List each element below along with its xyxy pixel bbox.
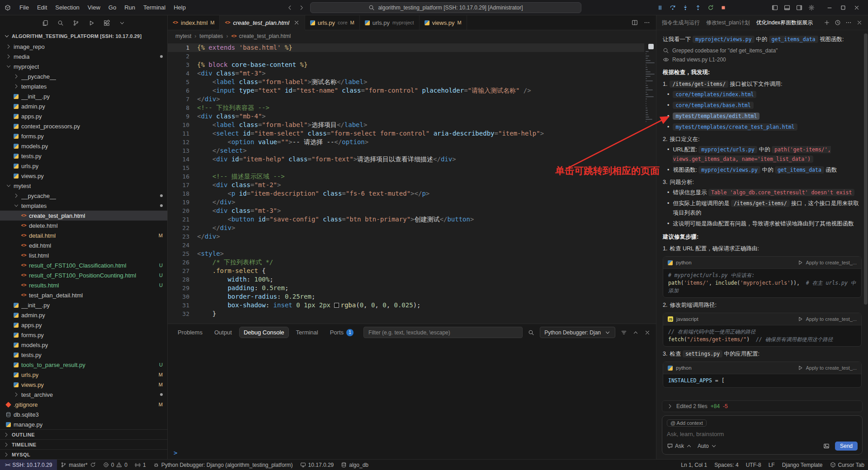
tree-item-manage.py[interactable]: manage.py bbox=[0, 419, 167, 429]
chat-tab[interactable]: 指令生成与运行 bbox=[662, 19, 700, 27]
tool-call[interactable]: Grepped codebase for "def get_items_data… bbox=[663, 46, 862, 55]
panel-tab-debug-console[interactable]: Debug Console bbox=[239, 327, 289, 338]
step-into-button[interactable] bbox=[682, 5, 689, 11]
tree-item-result_of_FST100_PositionCounting.html[interactable]: <>result_of_FST100_PositionCounting.html… bbox=[0, 270, 167, 280]
breadcrumb[interactable]: mytest›templates›<>create_test_plan.html bbox=[168, 30, 656, 42]
mode-selector[interactable]: Ask bbox=[667, 443, 692, 449]
step-over-button[interactable] bbox=[670, 5, 676, 11]
tree-item-views.py[interactable]: views.py bbox=[0, 171, 167, 181]
inline-link[interactable]: mytest/templates/edit.html bbox=[673, 113, 760, 120]
minimap[interactable] bbox=[644, 42, 656, 324]
send-button[interactable]: Send bbox=[835, 442, 858, 451]
bullet-item[interactable]: •core/templates/index.html bbox=[667, 90, 862, 99]
tree-item-templates[interactable]: templates bbox=[0, 81, 167, 91]
menu-go[interactable]: Go bbox=[104, 3, 120, 12]
history-icon[interactable] bbox=[835, 19, 841, 26]
menu-help[interactable]: Help bbox=[170, 3, 190, 12]
apply-button[interactable]: Apply to create_test_... bbox=[797, 258, 857, 267]
menu-view[interactable]: View bbox=[84, 3, 104, 12]
maximize-icon[interactable] bbox=[836, 2, 850, 14]
inline-link[interactable]: get_items_data bbox=[775, 166, 824, 174]
filter-lines-icon[interactable] bbox=[621, 329, 627, 336]
pause-button[interactable] bbox=[657, 5, 663, 11]
search-icon[interactable] bbox=[57, 20, 64, 26]
tree-item-edit.html[interactable]: <>edit.html bbox=[0, 240, 167, 250]
more-icon[interactable] bbox=[644, 19, 650, 26]
files-icon[interactable] bbox=[42, 20, 48, 26]
code-content[interactable]: 1{% extends 'base.html' %}23{% block cor… bbox=[168, 42, 644, 324]
status-problems[interactable]: 00 bbox=[99, 460, 131, 470]
tree-item-myproject[interactable]: myproject bbox=[0, 61, 167, 71]
debug-console-input[interactable]: > bbox=[168, 446, 656, 459]
search-icon[interactable] bbox=[528, 329, 534, 336]
status-indentation[interactable]: Spaces: 4 bbox=[711, 460, 742, 470]
tree-item-models.py[interactable]: models.py bbox=[0, 141, 167, 151]
chevron-up-icon[interactable] bbox=[632, 329, 639, 336]
tree-item-__init__.py[interactable]: __init__.py bbox=[0, 91, 167, 101]
tree-item-templates[interactable]: templates bbox=[0, 201, 167, 211]
split-icon[interactable] bbox=[632, 19, 638, 26]
tree-item-results.html[interactable]: <>results.htmlU bbox=[0, 280, 167, 290]
tree-item-__pycache__[interactable]: __pycache__ bbox=[0, 191, 167, 201]
debug-console-output[interactable] bbox=[168, 341, 656, 446]
tree-item-apps.py[interactable]: apps.py bbox=[0, 111, 167, 121]
tree-item-__init__.py[interactable]: __init__.py bbox=[0, 300, 167, 310]
tree-item-db.sqlite3[interactable]: db.sqlite3 bbox=[0, 409, 167, 419]
extensions-icon[interactable] bbox=[104, 20, 110, 26]
status-cursor-position[interactable]: Ln 1, Col 1 bbox=[677, 460, 711, 470]
tree-item-test_plan_detail.html[interactable]: <>test_plan_detail.html bbox=[0, 290, 167, 300]
tree-item-urls.py[interactable]: urls.py bbox=[0, 161, 167, 171]
bullet-item[interactable]: •core/templates/base.html bbox=[667, 101, 862, 110]
editor-tab-urls.py[interactable]: urls.pymyproject bbox=[360, 15, 420, 30]
bullet-item[interactable]: •错误信息显示 Table 'algo_db.core_testresult' … bbox=[667, 188, 862, 197]
status-eol[interactable]: LF bbox=[765, 460, 778, 470]
status-branch[interactable]: master* bbox=[57, 460, 99, 470]
breadcrumb-item[interactable]: <>create_test_plan.html bbox=[231, 33, 291, 39]
panel-tab-ports[interactable]: Ports1 bbox=[326, 327, 358, 338]
tree-item-delete.html[interactable]: <>delete.html bbox=[0, 221, 167, 230]
status-ports-forwarded[interactable]: 1 bbox=[131, 460, 150, 470]
editor-tab-index.html[interactable]: <>index.htmlM bbox=[168, 15, 220, 30]
tree-item-apps.py[interactable]: apps.py bbox=[0, 320, 167, 330]
sidebar-section-timeline[interactable]: TIMELINE bbox=[0, 439, 167, 449]
tree-item-admin.py[interactable]: admin.py bbox=[0, 101, 167, 111]
status-remote[interactable]: ><SSH: 10.17.0.29 bbox=[0, 460, 57, 470]
tree-item-mytest[interactable]: mytest bbox=[0, 181, 167, 191]
breadcrumb-item[interactable]: mytest bbox=[175, 33, 191, 39]
nav-back-icon[interactable] bbox=[287, 5, 293, 11]
tree-item-tools_to_parse_result.py[interactable]: tools_to_parse_result.pyU bbox=[0, 360, 167, 370]
sidebar-section-mysql[interactable]: MYSQL bbox=[0, 449, 167, 459]
tree-item-tests.py[interactable]: tests.py bbox=[0, 151, 167, 161]
nav-forward-icon[interactable] bbox=[298, 5, 305, 11]
tree-item-result_of_FST100_Classification.html[interactable]: <>result_of_FST100_Classification.htmlU bbox=[0, 260, 167, 270]
command-center-search[interactable]: algorithm_testing_platform [SSH: 10.17.0… bbox=[310, 2, 581, 13]
console-filter-input[interactable] bbox=[363, 327, 523, 338]
tree-item-models.py[interactable]: models.py bbox=[0, 340, 167, 350]
tree-item-image_repo[interactable]: image_repo bbox=[0, 42, 167, 52]
menu-selection[interactable]: Selection bbox=[51, 3, 83, 12]
tree-item-tests.py[interactable]: tests.py bbox=[0, 350, 167, 360]
bullet-item[interactable]: •mytest/templates/edit.html bbox=[667, 112, 862, 121]
image-icon[interactable] bbox=[823, 443, 830, 449]
status-language-mode[interactable]: Django Template bbox=[778, 460, 826, 470]
chat-tab[interactable]: 修改test_plan计划 bbox=[706, 19, 750, 27]
menu-file[interactable]: File bbox=[15, 3, 33, 12]
tree-item-test_archive[interactable]: test_archive bbox=[0, 390, 167, 400]
close-icon[interactable] bbox=[856, 19, 863, 26]
bullet-item[interactable]: •mytest/templates/create_test_plan.html bbox=[667, 122, 862, 132]
status-cursor-tab[interactable]: Cursor Tab bbox=[826, 460, 868, 470]
chat-scrollbar[interactable] bbox=[864, 33, 868, 305]
tree-item-list.html[interactable]: <>list.html bbox=[0, 250, 167, 260]
inline-link[interactable]: myproject/urls.py bbox=[698, 146, 757, 153]
tree-item-.gitignore[interactable]: .gitignoreM bbox=[0, 400, 167, 409]
tool-call[interactable]: Read views.py L1-200 bbox=[663, 55, 862, 64]
tree-item-forms.py[interactable]: forms.py bbox=[0, 330, 167, 340]
minimize-icon[interactable] bbox=[823, 2, 836, 14]
apply-button[interactable]: Apply to create_test_... bbox=[797, 315, 857, 324]
tree-item-media[interactable]: media bbox=[0, 52, 167, 61]
menu-terminal[interactable]: Terminal bbox=[139, 3, 170, 12]
tree-item-__pycache__[interactable]: __pycache__ bbox=[0, 71, 167, 81]
bullet-item[interactable]: •视图函数: myproject/views.py 中的 get_items_d… bbox=[667, 165, 862, 175]
bullet-item[interactable]: •URL配置: myproject/urls.py 中的 path('get-i… bbox=[667, 145, 862, 164]
breadcrumb-item[interactable]: templates bbox=[199, 33, 223, 39]
